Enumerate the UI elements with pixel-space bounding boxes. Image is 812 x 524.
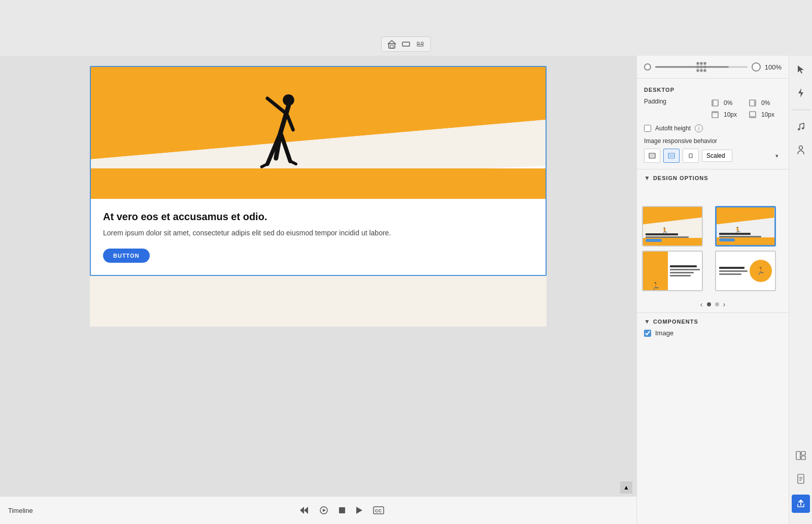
svg-rect-3 <box>417 42 419 44</box>
svg-rect-11 <box>339 507 345 513</box>
svg-rect-30 <box>801 456 805 460</box>
right-panel: 100% DESKTOP Padding 0% <box>636 56 789 524</box>
grid-view-icon[interactable] <box>415 39 425 49</box>
card-title: At vero eos et accusamus et odio. <box>103 211 533 223</box>
thumb-design-4: 🏃 <box>716 252 775 290</box>
desktop-label: DESKTOP <box>644 87 782 93</box>
expand-icon[interactable] <box>401 39 411 49</box>
orange-bottom-bar <box>91 168 546 199</box>
thumb-4-title <box>719 267 745 269</box>
svg-rect-5 <box>417 45 423 46</box>
timeline-controls: CC <box>55 506 628 514</box>
padding-bottom-left: 10px <box>724 111 744 118</box>
thumbnail-1[interactable]: 🏃 <box>642 206 703 247</box>
document-icon[interactable] <box>793 471 808 486</box>
person-figure <box>259 90 304 171</box>
thumb-2-title-line <box>719 233 751 235</box>
stop-button[interactable] <box>339 507 346 514</box>
music-icon[interactable] <box>793 119 808 134</box>
padding-label: Padding <box>644 98 666 105</box>
thumb-4-circle: 🏃 <box>750 260 772 282</box>
zoom-circle-right <box>752 62 761 72</box>
person-icon[interactable] <box>793 143 808 158</box>
component-card: At vero eos et accusamus et odio. Lorem … <box>90 66 547 276</box>
behavior-row: Scaled Fill Fit Crop Original <box>644 149 782 163</box>
behavior-original-btn[interactable] <box>683 149 699 163</box>
below-card-area <box>90 276 547 327</box>
padding-top-left: 0% <box>724 99 744 107</box>
svg-rect-0 <box>389 44 395 48</box>
cursor-icon[interactable] <box>793 62 808 77</box>
lightning-icon[interactable] <box>793 85 808 100</box>
scroll-up-button[interactable]: ▲ <box>620 481 632 494</box>
svg-rect-28 <box>796 451 800 460</box>
svg-rect-25 <box>669 154 673 157</box>
behavior-fill-btn[interactable] <box>644 149 660 163</box>
timeline-label: Timeline <box>8 507 49 514</box>
design-options-collapse-icon[interactable]: ▼ <box>644 174 650 182</box>
svg-rect-16 <box>712 100 714 106</box>
behavior-fit-btn[interactable] <box>663 149 680 163</box>
behavior-select-wrapper: Scaled Fill Fit Crop Original <box>702 150 782 162</box>
padding-top-icon <box>710 110 720 119</box>
thumb-design-3: 🏃 <box>643 252 702 290</box>
thumb-3-text-side <box>668 252 702 290</box>
canvas-scroll[interactable]: At vero eos et accusamus et odio. Lorem … <box>0 56 636 496</box>
components-content: Image <box>637 329 789 342</box>
thumbnails-grid: 🏃 🏃 <box>637 186 789 296</box>
thumb-3-figure: 🏃 <box>651 282 660 290</box>
card-button[interactable]: BUTTON <box>103 249 150 263</box>
thumb-1-btn-line <box>646 239 662 242</box>
thumb-1-text <box>646 233 699 243</box>
behavior-select[interactable]: Scaled Fill Fit Crop Original <box>702 150 732 162</box>
layout-icon[interactable] <box>793 448 808 463</box>
svg-rect-1 <box>390 45 393 48</box>
prev-page-button[interactable]: ‹ <box>700 300 703 308</box>
padding-section: Padding 0% <box>644 98 782 119</box>
share-button[interactable] <box>792 495 810 513</box>
thumb-3-title <box>670 265 697 267</box>
svg-rect-2 <box>402 42 410 46</box>
thumb-3-body-3 <box>670 275 691 276</box>
thumb-4-body-1 <box>719 270 748 272</box>
padding-row-2: 10px 10px <box>644 110 782 119</box>
autofit-checkbox[interactable] <box>644 125 651 132</box>
thumb-1-orange-top <box>643 207 702 224</box>
zoom-row: 100% <box>644 62 782 72</box>
padding-left-icon <box>710 98 720 108</box>
thumbnail-4[interactable]: 🏃 <box>715 251 776 291</box>
desktop-section: DESKTOP Padding 0% <box>637 79 789 169</box>
components-collapse-icon[interactable]: ▼ <box>644 318 650 325</box>
thumb-1-body-line <box>646 236 689 238</box>
component-image-checkbox[interactable] <box>644 330 651 337</box>
play-button[interactable] <box>356 506 363 514</box>
autofit-info-icon[interactable]: i <box>695 124 703 132</box>
thumbnail-3[interactable]: 🏃 <box>642 251 703 291</box>
thumb-design-2: 🏃 <box>717 207 774 245</box>
svg-rect-4 <box>421 42 423 44</box>
play-pause-button[interactable] <box>319 506 328 514</box>
canvas-area: At vero eos et accusamus et odio. Lorem … <box>0 56 636 524</box>
pagination-row: ‹ › <box>637 296 789 312</box>
component-image-item: Image <box>644 329 782 337</box>
cc-button[interactable]: CC <box>373 506 384 514</box>
padding-row-1: Padding 0% <box>644 98 782 108</box>
thumb-4-body-2 <box>719 273 742 275</box>
rewind-button[interactable] <box>299 506 309 514</box>
svg-text:CC: CC <box>375 508 382 513</box>
next-page-button[interactable]: › <box>723 300 726 308</box>
svg-rect-22 <box>750 116 756 118</box>
svg-rect-29 <box>801 451 805 455</box>
thumb-3-image-side: 🏃 <box>643 252 668 290</box>
page-dot-2 <box>715 302 719 306</box>
home-icon[interactable] <box>387 39 397 49</box>
thumb-2-body-line <box>719 236 761 237</box>
svg-rect-26 <box>689 154 692 158</box>
thumbnail-2[interactable]: 🏃 <box>715 206 776 247</box>
components-header: ▼ COMPONENTS <box>637 312 789 329</box>
thumb-2-orange-top <box>717 207 774 224</box>
svg-marker-12 <box>356 507 362 514</box>
svg-rect-20 <box>712 112 718 113</box>
padding-right-icon <box>748 98 757 108</box>
right-sidebar <box>789 56 812 524</box>
